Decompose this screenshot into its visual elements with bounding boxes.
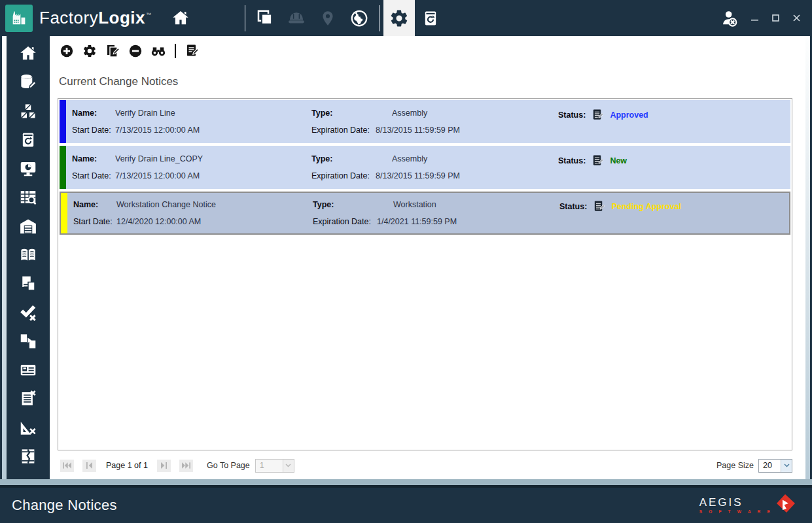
database-edit-icon xyxy=(18,73,38,92)
maximize-icon xyxy=(772,14,779,22)
first-page-icon xyxy=(63,462,71,469)
change-notice-row[interactable]: Name: Verify Drain Line_COPY Type: Assem… xyxy=(60,146,790,189)
sign-off-button[interactable] xyxy=(185,43,200,59)
remove-button[interactable] xyxy=(128,43,143,59)
minimize-button[interactable] xyxy=(745,10,764,27)
document-edit-icon xyxy=(591,109,604,121)
copy-edit-button[interactable] xyxy=(105,43,120,59)
location-button[interactable] xyxy=(312,0,344,36)
sidebar-item-damaged-box[interactable] xyxy=(16,447,40,466)
change-notice-row[interactable]: Name: Verify Drain Line Type: Assembly S… xyxy=(60,100,790,143)
gear-icon xyxy=(82,44,97,58)
aegis-brand-sub: S O F T W A R E xyxy=(699,510,773,515)
gear-icon xyxy=(389,8,409,28)
minimize-icon xyxy=(751,14,758,22)
first-page-button[interactable] xyxy=(60,460,74,472)
start-date-value: 7/13/2015 12:00:00 AM xyxy=(115,171,311,180)
sidebar-item-material-transfer[interactable] xyxy=(16,331,40,351)
transfer-icon xyxy=(18,331,38,351)
change-notice-row-selected[interactable]: Name: Workstation Change Notice Type: Wo… xyxy=(60,192,790,235)
previous-page-button[interactable] xyxy=(82,460,96,472)
globe-icon xyxy=(349,8,369,28)
sidebar-nav xyxy=(7,36,50,479)
start-date-label: Start Date: xyxy=(72,171,115,180)
sidebar-item-documentation[interactable] xyxy=(16,245,40,265)
sidebar-item-measurement-remove[interactable] xyxy=(16,418,40,437)
sidebar-item-home[interactable] xyxy=(16,44,40,63)
expiration-date-value: 1/4/2021 11:59:59 PM xyxy=(377,217,546,226)
sidebar-item-pass-fail[interactable] xyxy=(16,303,40,322)
factorylogix-logo-icon xyxy=(5,5,33,32)
page-title: Current Change Notices xyxy=(59,75,792,88)
sidebar-item-database-edit[interactable] xyxy=(16,73,40,92)
start-date-value: 12/4/2020 12:00:00 AM xyxy=(116,217,313,226)
goto-page-select[interactable]: 1 xyxy=(255,459,294,473)
close-icon xyxy=(793,14,800,22)
expiration-date-value: 8/13/2015 11:59:59 PM xyxy=(376,126,544,135)
add-button[interactable] xyxy=(59,43,75,59)
globe-button[interactable] xyxy=(344,0,375,36)
hardhat-icon xyxy=(287,8,306,28)
sidebar-item-process-history[interactable] xyxy=(16,130,40,150)
brand: FactoryLogix™ xyxy=(0,0,196,36)
goto-page-label: Go To Page xyxy=(207,461,250,470)
documents-button[interactable] xyxy=(249,0,281,36)
spacer xyxy=(546,217,789,226)
status-value: Approved xyxy=(610,110,648,120)
page-size-label: Page Size xyxy=(716,461,754,470)
view-button[interactable] xyxy=(150,43,166,59)
process-history-icon xyxy=(421,8,440,28)
set-square-x-icon xyxy=(18,418,38,437)
process-history-button[interactable] xyxy=(415,0,446,36)
binoculars-icon xyxy=(150,44,166,58)
page-size-group: Page Size 20 xyxy=(716,459,792,473)
window-edge-right xyxy=(805,36,810,479)
home-icon xyxy=(18,44,38,63)
priority-stripe xyxy=(60,146,66,189)
home-button[interactable] xyxy=(165,0,196,36)
sidebar-item-copy-documents[interactable] xyxy=(16,274,40,294)
page-size-select[interactable]: 20 xyxy=(758,459,792,473)
main-area: Current Change Notices Name: Verify Drai… xyxy=(0,36,812,479)
hardhat-button[interactable] xyxy=(281,0,312,36)
close-button[interactable] xyxy=(787,10,805,27)
name-label: Name: xyxy=(73,200,116,212)
divider xyxy=(245,5,245,31)
content-panel: Current Change Notices Name: Verify Drai… xyxy=(50,36,805,479)
warehouse-icon xyxy=(18,216,38,236)
priority-stripe xyxy=(61,193,67,233)
window-edge-bottom xyxy=(0,479,812,488)
status-value: New xyxy=(610,156,627,165)
brand-logix: Logix xyxy=(98,8,145,28)
configure-button[interactable] xyxy=(82,43,97,59)
window-edge-left xyxy=(2,36,7,479)
aegis-logo: AEGIS S O F T W A R E xyxy=(699,494,800,517)
sidebar-item-warehouse[interactable] xyxy=(16,216,40,236)
settings-button-active[interactable] xyxy=(383,0,415,36)
pagination-bar: Page 1 of 1 Go To Page 1 Page Size xyxy=(58,457,792,474)
sidebar-item-data-search[interactable] xyxy=(16,188,40,207)
maximize-button[interactable] xyxy=(766,10,785,27)
copy-documents-icon xyxy=(18,274,38,294)
sidebar-item-badge[interactable] xyxy=(16,360,40,380)
next-page-button[interactable] xyxy=(157,460,171,472)
last-page-button[interactable] xyxy=(179,460,193,472)
open-book-icon xyxy=(18,245,38,265)
app-title: FactoryLogix™ xyxy=(39,8,152,28)
user-signout-button[interactable] xyxy=(716,0,743,36)
location-pin-icon xyxy=(319,8,336,28)
document-edit-icon xyxy=(593,200,605,212)
sidebar-item-product-boxes[interactable] xyxy=(16,101,40,121)
data-search-icon xyxy=(18,188,38,207)
divider xyxy=(379,5,380,31)
topbar-nav xyxy=(241,0,446,36)
aegis-flag-icon xyxy=(774,494,796,517)
sidebar-item-dashboard[interactable] xyxy=(16,159,40,178)
sidebar-item-defect-list[interactable] xyxy=(16,389,40,409)
page-size-value: 20 xyxy=(759,461,781,470)
home-icon xyxy=(171,8,190,28)
title-bar: FactoryLogix™ xyxy=(0,0,812,36)
app-window: FactoryLogix™ xyxy=(0,0,812,523)
notice-name: Workstation Change Notice xyxy=(116,200,313,212)
window-controls xyxy=(716,0,812,36)
